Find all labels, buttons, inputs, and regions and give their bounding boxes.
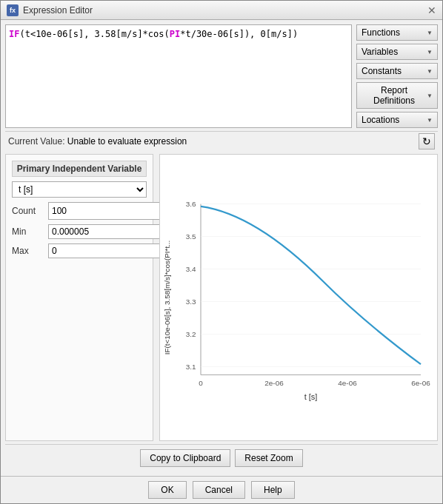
window-title: Expression Editor (23, 5, 93, 16)
variables-chevron: ▼ (427, 49, 433, 56)
chart-curve (201, 206, 421, 364)
svg-text:3.5: 3.5 (186, 232, 196, 241)
svg-text:6e-06: 6e-06 (411, 379, 430, 387)
footer-buttons: OK Cancel Help (1, 476, 442, 503)
panel-title: Primary Independent Variable (12, 161, 147, 177)
chart-y-label: IF(t<10e-06[s], 3.58[m/s]*cos(PI*t... (163, 241, 171, 355)
min-input[interactable] (48, 224, 167, 239)
expr-part1: (t<10e-06[s], 3.58[m/s]*cos( (19, 29, 169, 39)
count-label: Count (12, 206, 45, 216)
count-row: Count ▲ ▼ (12, 202, 147, 220)
svg-text:4e-06: 4e-06 (338, 379, 357, 387)
expression-text: IF(t<10e-06[s], 3.58[m/s]*cos(PI*t/30e-0… (9, 28, 348, 41)
refresh-button[interactable]: ↻ (419, 133, 435, 149)
min-row: Min (12, 224, 147, 239)
main-content: IF(t<10e-06[s], 3.58[m/s]*cos(PI*t/30e-0… (1, 20, 442, 476)
cancel-button[interactable]: Cancel (193, 481, 245, 499)
variable-row: t [s] (12, 181, 147, 198)
report-definitions-label: Report Definitions (362, 85, 427, 106)
functions-chevron: ▼ (427, 30, 433, 36)
max-row: Max (12, 243, 147, 258)
status-bar: Current Value: Unable to evaluate expres… (5, 131, 438, 151)
constants-button[interactable]: Constants ▼ (356, 63, 438, 79)
sidebar-buttons: Functions ▼ Variables ▼ Constants ▼ Repo… (356, 24, 438, 128)
locations-label: Locations (362, 115, 399, 125)
expr-pi-keyword: PI (170, 29, 180, 39)
functions-label: Functions (362, 27, 400, 38)
svg-text:3.4: 3.4 (186, 265, 196, 273)
window-icon: fx (7, 4, 19, 16)
max-input[interactable] (48, 243, 167, 258)
variable-panel: Primary Independent Variable t [s] Count… (5, 154, 153, 441)
help-button[interactable]: Help (251, 481, 295, 499)
chart-svg: IF(t<10e-06[s], 3.58[m/s]*cos(PI*t... 3.… (160, 155, 437, 440)
chart-action-buttons: Copy to Clipboard Reset Zoom (5, 444, 438, 471)
count-input[interactable] (49, 203, 166, 219)
current-value-text: Unable to evaluate expression (67, 136, 187, 147)
current-value-label: Current Value: (8, 136, 64, 147)
expr-part2: *t/30e-06[s]), 0[m/s]) (180, 29, 298, 39)
locations-chevron: ▼ (427, 117, 433, 124)
max-label: Max (12, 246, 45, 256)
top-section: IF(t<10e-06[s], 3.58[m/s]*cos(PI*t/30e-0… (5, 24, 438, 128)
min-label: Min (12, 226, 45, 237)
svg-text:3.3: 3.3 (186, 298, 196, 306)
svg-text:t [s]: t [s] (304, 392, 318, 401)
svg-text:0: 0 (199, 379, 203, 387)
svg-text:3.6: 3.6 (186, 200, 196, 208)
constants-chevron: ▼ (427, 68, 433, 75)
copy-to-clipboard-button[interactable]: Copy to Clipboard (140, 449, 230, 467)
variables-button[interactable]: Variables ▼ (356, 44, 438, 60)
expression-editor-window: fx Expression Editor ✕ IF(t<10e-06[s], 3… (0, 0, 443, 504)
reset-zoom-button[interactable]: Reset Zoom (235, 449, 302, 467)
variable-select[interactable]: t [s] (12, 181, 147, 198)
chart-area: IF(t<10e-06[s], 3.58[m/s]*cos(PI*t... 3.… (159, 154, 438, 441)
functions-button[interactable]: Functions ▼ (356, 24, 438, 41)
ok-button[interactable]: OK (148, 481, 186, 499)
refresh-icon: ↻ (422, 135, 431, 147)
locations-button[interactable]: Locations ▼ (356, 112, 438, 128)
middle-section: Primary Independent Variable t [s] Count… (5, 154, 438, 441)
close-button[interactable]: ✕ (427, 5, 436, 16)
title-bar: fx Expression Editor ✕ (1, 1, 442, 20)
variable-select-wrapper: t [s] (12, 181, 147, 198)
svg-text:3.2: 3.2 (186, 330, 196, 338)
report-definitions-chevron: ▼ (427, 93, 433, 99)
svg-text:3.1: 3.1 (186, 363, 196, 371)
report-definitions-button[interactable]: Report Definitions ▼ (356, 82, 438, 109)
constants-label: Constants (362, 66, 402, 76)
svg-text:2e-06: 2e-06 (264, 379, 284, 387)
expression-editor[interactable]: IF(t<10e-06[s], 3.58[m/s]*cos(PI*t/30e-0… (5, 24, 352, 128)
variables-label: Variables (362, 47, 398, 57)
expr-if-keyword: IF (9, 29, 19, 39)
